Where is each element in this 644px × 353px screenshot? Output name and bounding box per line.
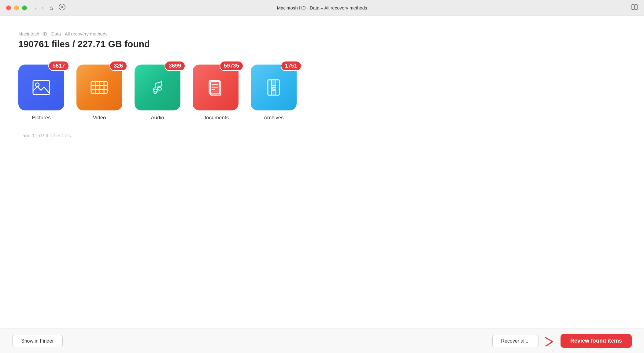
documents-icon-wrapper: 59735 xyxy=(193,65,239,110)
pictures-icon-wrapper: 5617 xyxy=(18,65,64,110)
play-icon[interactable] xyxy=(59,4,65,12)
arrow-indicator xyxy=(543,335,556,347)
svg-rect-2 xyxy=(632,5,634,9)
other-files-text: ...and 116194 other files xyxy=(18,133,626,139)
svg-point-13 xyxy=(158,87,161,90)
traffic-lights xyxy=(6,6,27,10)
minimize-button[interactable] xyxy=(14,6,19,10)
video-badge: 326 xyxy=(109,61,127,71)
category-item-documents[interactable]: 59735 Documents xyxy=(193,65,239,121)
reader-icon[interactable] xyxy=(631,4,638,12)
arrow-icon xyxy=(543,335,556,347)
main-title: 190761 files / 227.71 GB found xyxy=(18,39,626,49)
pictures-label: Pictures xyxy=(32,115,50,121)
documents-icon xyxy=(193,65,239,110)
maximize-button[interactable] xyxy=(22,6,27,10)
back-button[interactable]: ‹ xyxy=(33,5,39,11)
audio-icon-wrapper: 3699 xyxy=(135,65,180,110)
forward-button[interactable]: › xyxy=(40,5,45,11)
breadcrumb: Macintosh HD - Data - All recovery metho… xyxy=(18,31,626,36)
show-finder-button[interactable]: Show in Finder xyxy=(12,335,63,347)
nav-buttons: ‹ › xyxy=(33,5,45,11)
archives-icon xyxy=(251,65,297,110)
svg-point-5 xyxy=(35,83,39,87)
category-item-archives[interactable]: 1751 Archives xyxy=(251,65,297,121)
category-item-pictures[interactable]: 5617 Pictures xyxy=(18,65,64,121)
category-grid: 5617 Pictures 326 Video xyxy=(18,65,626,121)
video-icon xyxy=(76,65,122,110)
documents-badge: 59735 xyxy=(220,61,243,71)
video-label: Video xyxy=(93,115,106,121)
archives-label: Archives xyxy=(264,115,283,121)
home-icon[interactable]: ⌂ xyxy=(50,4,53,11)
category-item-video[interactable]: 326 Video xyxy=(76,65,122,121)
titlebar: ‹ › ⌂ Macintosh HD - Data – All recovery… xyxy=(0,0,644,16)
archives-badge: 1751 xyxy=(281,61,302,71)
close-button[interactable] xyxy=(6,6,11,10)
archives-icon-wrapper: 1751 xyxy=(251,65,297,110)
bottom-bar: Show in Finder Recover all... Review fou… xyxy=(0,329,644,353)
documents-label: Documents xyxy=(202,115,229,121)
svg-marker-1 xyxy=(61,6,64,8)
audio-label: Audio xyxy=(151,115,164,121)
audio-icon xyxy=(135,65,180,110)
window-title: Macintosh HD - Data – All recovery metho… xyxy=(277,5,367,10)
titlebar-icons: ⌂ xyxy=(50,4,65,12)
bottom-right: Recover all... Review found items xyxy=(492,334,632,348)
svg-rect-3 xyxy=(635,5,637,9)
review-found-button[interactable]: Review found items xyxy=(561,334,632,348)
pictures-icon xyxy=(18,65,64,110)
audio-badge: 3699 xyxy=(165,61,185,71)
category-item-audio[interactable]: 3699 Audio xyxy=(135,65,180,121)
main-content: Macintosh HD - Data - All recovery metho… xyxy=(0,16,644,329)
recover-all-button[interactable]: Recover all... xyxy=(492,335,539,347)
video-icon-wrapper: 326 xyxy=(76,65,122,110)
svg-rect-4 xyxy=(33,80,50,95)
pictures-badge: 5617 xyxy=(48,61,69,71)
